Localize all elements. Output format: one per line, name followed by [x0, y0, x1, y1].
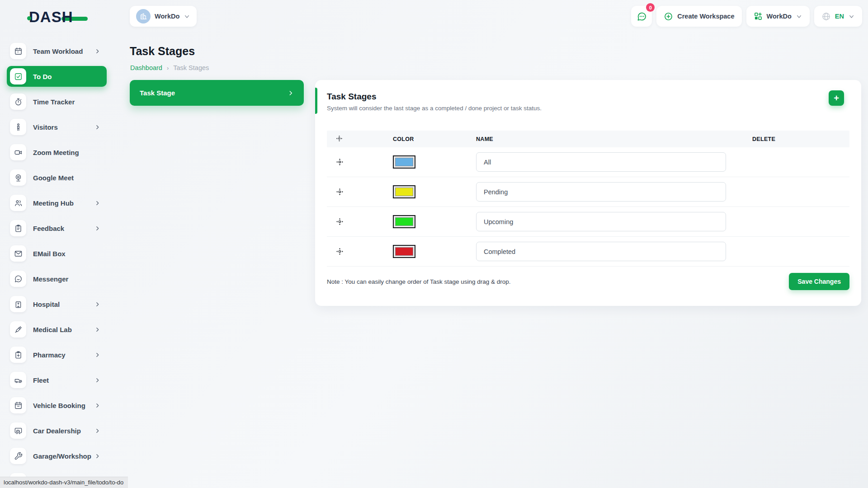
table-row	[327, 147, 849, 177]
drag-handle-icon[interactable]	[327, 248, 379, 255]
color-column-header: COLOR	[379, 136, 476, 142]
chevron-right-icon	[94, 428, 100, 434]
sidebar-item-google-meet[interactable]: Google Meet	[7, 167, 107, 188]
sidebar-item-time-tracker[interactable]: Time Tracker	[7, 91, 107, 112]
workspace-selector[interactable]: WorkDo	[130, 6, 197, 27]
video-camera-icon	[10, 144, 26, 160]
stage-name-input[interactable]	[476, 242, 726, 261]
move-icon	[336, 135, 343, 142]
card-subtitle: System will consider the last stage as a…	[327, 105, 849, 112]
stage-table: COLOR NAME DELETE	[327, 131, 849, 267]
sidebar-item-zoom-meeting[interactable]: Zoom Meeting	[7, 142, 107, 163]
sidebar-item-car-dealership[interactable]: Car Dealership	[7, 420, 107, 441]
add-stage-button[interactable]: +	[829, 90, 844, 106]
messages-button[interactable]: 0	[631, 6, 652, 27]
chevron-right-icon	[94, 301, 100, 307]
workdo-menu-label: WorkDo	[767, 13, 792, 20]
plus-circle-icon	[664, 12, 673, 21]
color-picker[interactable]	[393, 245, 415, 258]
check-square-icon	[10, 68, 26, 84]
sidebar-item-visitors[interactable]: Visitors	[7, 117, 107, 137]
app-logo[interactable]: DASH	[29, 8, 88, 26]
workspace-label: WorkDo	[155, 13, 179, 20]
sidebar-item-label: Feedback	[33, 225, 64, 232]
chevron-right-icon	[288, 90, 294, 96]
chevron-down-icon	[184, 13, 190, 20]
sidebar-item-messenger[interactable]: Messenger	[7, 268, 107, 289]
app-root: DASH WorkDo 0 Create Workspa	[0, 0, 868, 488]
sidebar-item-label: Car Dealership	[33, 427, 81, 435]
create-workspace-button[interactable]: Create Workspace	[656, 6, 741, 27]
sidebar-item-hospital[interactable]: Hospital	[7, 294, 107, 314]
stopwatch-icon	[10, 94, 26, 110]
drag-handle-icon[interactable]	[327, 158, 379, 166]
save-changes-button[interactable]: Save Changes	[789, 273, 849, 290]
sidebar-item-medical-lab[interactable]: Medical Lab	[7, 319, 107, 340]
drag-handle-icon[interactable]	[327, 218, 379, 225]
color-swatch	[395, 188, 413, 196]
topbar: DASH WorkDo 0 Create Workspa	[0, 0, 868, 33]
chevron-down-icon	[796, 13, 802, 20]
sidebar-item-vehicle-booking[interactable]: Vehicle Booking	[7, 395, 107, 416]
sidebar-item-feedback[interactable]: Feedback	[7, 218, 107, 239]
sidebar-item-label: Medical Lab	[33, 326, 72, 333]
sidebar-item-label: Team Workload	[33, 47, 83, 55]
chevron-right-icon	[94, 48, 100, 54]
color-swatch	[395, 217, 413, 226]
table-row	[327, 237, 849, 267]
car-front-icon	[10, 422, 26, 439]
sidebar-item-label: Zoom Meeting	[33, 149, 79, 156]
hospital-icon	[10, 296, 26, 312]
chevron-right-icon	[94, 200, 100, 206]
grid-plus-icon	[754, 12, 763, 21]
chevron-right-icon	[94, 377, 100, 383]
create-workspace-label: Create Workspace	[677, 13, 734, 20]
messages-badge: 0	[646, 3, 655, 12]
sidebar-item-label: Pharmacy	[33, 351, 66, 359]
sidebar-item-label: Garage/Workshop	[33, 452, 91, 460]
page-title: Task Stages	[130, 45, 195, 58]
sidebar-item-garage-workshop[interactable]: Garage/Workshop	[7, 446, 107, 466]
sidebar-item-email-box[interactable]: EMail Box	[7, 243, 107, 264]
workdo-menu-button[interactable]: WorkDo	[746, 6, 810, 27]
move-column-header	[327, 135, 379, 143]
card-footer: Note : You can easily change order of Ta…	[327, 273, 849, 290]
stage-name-input[interactable]	[476, 152, 726, 172]
language-selector[interactable]: EN	[814, 6, 862, 27]
sidebar-item-label: Vehicle Booking	[33, 402, 85, 409]
sidebar-item-label: Google Meet	[33, 174, 74, 182]
breadcrumb-current: Task Stages	[173, 64, 209, 71]
workspace-avatar	[136, 9, 151, 23]
chevron-right-icon	[94, 124, 100, 130]
stage-name-input[interactable]	[476, 212, 726, 231]
card-title: Task Stages	[327, 92, 849, 102]
sidebar-item-to-do[interactable]: To Do	[7, 66, 107, 87]
chat-bubble-icon	[10, 271, 26, 287]
calendar-icon	[10, 43, 26, 59]
calendar-icon	[10, 397, 26, 413]
sidebar-item-fleet[interactable]: Fleet	[7, 370, 107, 390]
chevron-right-icon	[94, 403, 100, 408]
sidebar-item-label: Time Tracker	[33, 98, 75, 106]
users-icon	[10, 195, 26, 211]
drag-handle-icon[interactable]	[327, 188, 379, 196]
mail-icon	[10, 245, 26, 262]
sidebar-item-meeting-hub[interactable]: Meeting Hub	[7, 192, 107, 213]
color-swatch	[395, 158, 413, 166]
chevron-right-icon	[94, 352, 100, 358]
sidebar-item-team-workload[interactable]: Team Workload	[7, 41, 107, 61]
color-picker[interactable]	[393, 185, 415, 198]
sidebar-item-label: Meeting Hub	[33, 199, 74, 207]
person-icon	[10, 119, 26, 135]
color-picker[interactable]	[393, 215, 415, 228]
table-row	[327, 177, 849, 207]
sidebar-item-pharmacy[interactable]: Pharmacy	[7, 344, 107, 365]
color-picker[interactable]	[393, 155, 415, 169]
breadcrumb-dashboard-link[interactable]: Dashboard	[130, 64, 162, 71]
stage-name-input[interactable]	[476, 182, 726, 202]
card-header: Task Stages System will consider the las…	[315, 80, 861, 112]
clipboard-icon	[10, 220, 26, 236]
sidebar-item-label: Fleet	[33, 376, 49, 384]
task-stage-nav-button[interactable]: Task Stage	[130, 80, 304, 106]
wrench-icon	[10, 448, 26, 464]
